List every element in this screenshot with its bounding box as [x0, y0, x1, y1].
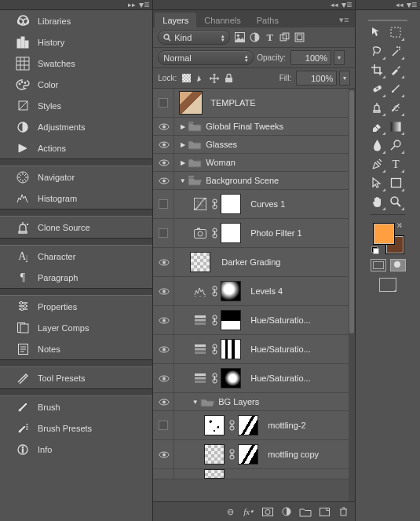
visibility-checkbox[interactable] [159, 98, 168, 107]
mask-thumbnail[interactable] [238, 444, 258, 465]
layer-mottling-copy[interactable]: mottling copy [153, 440, 349, 469]
eyedropper-tool[interactable] [386, 60, 405, 79]
panel-collapse-bar[interactable]: ▸▸ ▾≡ [0, 0, 152, 10]
mask-thumbnail[interactable] [221, 223, 241, 243]
magic-wand-tool[interactable] [386, 42, 405, 60]
new-adjustment-icon[interactable] [281, 506, 292, 517]
twirl-icon[interactable]: ▶ [179, 123, 186, 130]
sidebar-item-swatches[interactable]: Swatches [0, 53, 152, 74]
eye-icon[interactable] [159, 288, 168, 294]
filter-shape-icon[interactable] [279, 32, 290, 42]
sidebar-item-notes[interactable]: Notes [0, 338, 152, 359]
eye-icon[interactable] [159, 346, 168, 352]
link-icon[interactable] [210, 226, 218, 240]
sidebar-item-brush[interactable]: Brush [0, 396, 152, 417]
layer-curves1[interactable]: Curves 1 [153, 190, 349, 219]
opacity-flyout[interactable]: ▾ [334, 50, 345, 65]
layer-thumbnail[interactable] [190, 252, 210, 272]
sidebar-item-clone-source[interactable]: Clone Source [0, 217, 152, 238]
eye-icon[interactable] [159, 259, 168, 265]
layer-thumbnail[interactable] [179, 91, 203, 115]
tab-layers[interactable]: Layers [155, 13, 196, 27]
mask-thumbnail[interactable] [221, 194, 241, 214]
shape-tool[interactable] [386, 173, 405, 192]
layer-filter-kind[interactable]: Kind ▴▾ [158, 30, 230, 45]
mask-thumbnail[interactable] [221, 339, 241, 359]
link-icon[interactable] [210, 313, 218, 327]
lock-position-icon[interactable] [210, 74, 219, 83]
history-brush-tool[interactable] [386, 98, 405, 117]
scrollbar[interactable] [349, 89, 355, 501]
opacity-field[interactable]: 100% [290, 50, 331, 65]
panel-collapse-bar[interactable]: ◂◂ ▾≡ [356, 0, 420, 10]
eye-icon[interactable] [159, 317, 168, 323]
visibility-checkbox[interactable] [159, 421, 168, 430]
layer-darker-grading[interactable]: Darker Grading [153, 248, 349, 277]
fill-flyout[interactable]: ▾ [339, 71, 350, 86]
sidebar-item-actions[interactable]: Actions [0, 137, 152, 158]
layer-hue-sat-1[interactable]: Hue/Saturatio... [153, 306, 349, 335]
sidebar-item-info[interactable]: Info [0, 439, 152, 460]
sidebar-item-tool-presets[interactable]: Tool Presets [0, 367, 152, 388]
layer-group-woman[interactable]: ▶ Woman [153, 154, 349, 172]
sidebar-item-brush-presets[interactable]: Brush Presets [0, 417, 152, 439]
visibility-checkbox[interactable] [159, 228, 168, 238]
color-swatches[interactable]: ⤭ [371, 221, 404, 254]
fx-icon[interactable]: fx▾ [243, 506, 254, 517]
layer-photofilter1[interactable]: Photo Filter 1 [153, 219, 349, 248]
hand-tool[interactable] [367, 192, 386, 211]
type-tool[interactable]: T [386, 155, 405, 173]
standard-mode-icon[interactable] [371, 259, 386, 271]
layer-thumbnail[interactable] [204, 415, 225, 435]
layer-hue-sat-3[interactable]: Hue/Saturatio... [153, 364, 349, 393]
lock-all-icon[interactable] [224, 74, 233, 83]
clone-stamp-tool[interactable] [367, 98, 386, 117]
layer-group-bglayers[interactable]: ▼ BG Layers [153, 393, 349, 411]
link-layers-icon[interactable]: ⊖ [225, 506, 236, 517]
add-mask-icon[interactable] [262, 506, 273, 517]
sidebar-item-styles[interactable]: Styles [0, 95, 152, 116]
dodge-tool[interactable] [386, 136, 405, 155]
sidebar-item-libraries[interactable]: Libraries [0, 10, 152, 31]
new-group-icon[interactable] [300, 506, 311, 517]
layer-group-bgscene[interactable]: ▼ Background Scene [153, 172, 349, 190]
gradient-tool[interactable] [386, 117, 405, 136]
eye-icon[interactable] [159, 123, 168, 129]
sidebar-item-properties[interactable]: Properties [0, 296, 152, 317]
twirl-icon[interactable]: ▶ [179, 159, 186, 166]
tab-channels[interactable]: Channels [196, 13, 248, 27]
layer-group-global[interactable]: ▶ Global Final Tweeks [153, 118, 349, 136]
screen-mode-icon[interactable] [379, 278, 396, 292]
layer-mottling-2[interactable]: mottling-2 [153, 411, 349, 440]
path-selection-tool[interactable] [367, 173, 386, 192]
marquee-tool[interactable] [386, 23, 405, 42]
twirl-icon[interactable]: ▶ [179, 141, 186, 148]
tab-paths[interactable]: Paths [249, 13, 287, 27]
sidebar-item-navigator[interactable]: Navigator [0, 166, 152, 188]
eye-icon[interactable] [159, 141, 168, 148]
filter-adjustment-icon[interactable] [250, 32, 260, 42]
foreground-color[interactable] [373, 223, 395, 245]
sidebar-item-color[interactable]: Color [0, 74, 152, 95]
layer-partial[interactable] [153, 469, 349, 479]
sidebar-item-histogram[interactable]: Histogram [0, 188, 152, 209]
layer-template[interactable]: TEMPLATE [153, 89, 349, 118]
link-icon[interactable] [210, 342, 218, 356]
eye-icon[interactable] [159, 451, 168, 457]
link-icon[interactable] [210, 371, 218, 385]
quick-mask-icon[interactable] [390, 259, 406, 271]
link-icon[interactable] [210, 284, 218, 298]
sidebar-item-character[interactable]: A|Character [0, 246, 152, 267]
layer-levels4[interactable]: Levels 4 [153, 277, 349, 306]
visibility-checkbox[interactable] [159, 199, 168, 209]
layer-group-glasses[interactable]: ▶ Glasses [153, 136, 349, 154]
filter-type-icon[interactable]: T [265, 32, 275, 42]
link-icon[interactable] [228, 418, 236, 432]
sidebar-item-history[interactable]: History [0, 31, 152, 53]
eye-icon[interactable] [159, 159, 168, 166]
eye-icon[interactable] [159, 375, 168, 381]
brush-tool[interactable] [386, 79, 405, 98]
crop-tool[interactable] [367, 60, 386, 79]
panel-collapse-bar[interactable]: ◂◂ ▾≡ [153, 0, 355, 10]
layer-thumbnail[interactable] [204, 444, 225, 465]
